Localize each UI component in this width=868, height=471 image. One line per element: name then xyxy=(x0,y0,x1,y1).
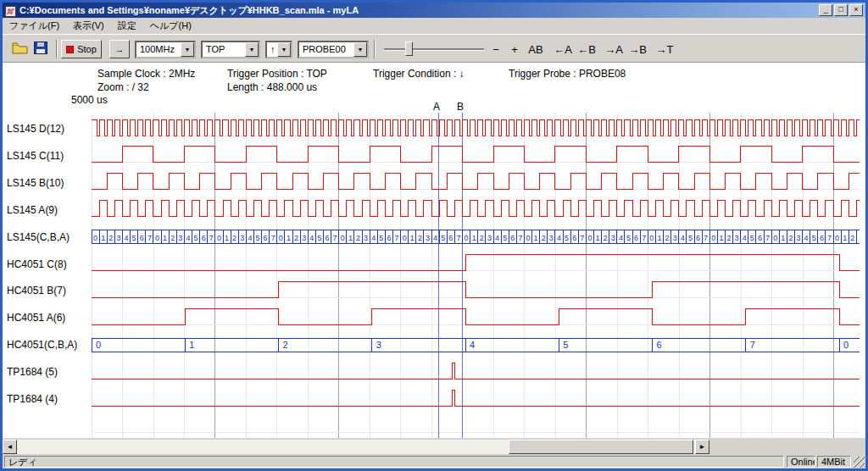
svg-text:4: 4 xyxy=(470,340,475,350)
svg-text:7: 7 xyxy=(580,234,584,242)
svg-text:5: 5 xyxy=(565,234,569,242)
svg-text:3: 3 xyxy=(302,234,306,242)
svg-text:5: 5 xyxy=(750,234,754,242)
svg-text:3: 3 xyxy=(673,234,677,242)
channel-label-1[interactable]: LS145 C(11) xyxy=(7,150,64,162)
svg-text:2: 2 xyxy=(480,234,484,242)
svg-text:2: 2 xyxy=(788,234,793,242)
svg-text:5: 5 xyxy=(194,234,198,242)
svg-text:4: 4 xyxy=(248,234,252,242)
svg-text:5: 5 xyxy=(317,234,321,242)
scroll-right-icon[interactable]: ► xyxy=(695,440,709,454)
horizontal-scrollbar[interactable]: ◄ ► xyxy=(3,440,709,454)
svg-text:2: 2 xyxy=(356,234,360,242)
svg-text:6: 6 xyxy=(820,234,824,242)
scroll-thumb[interactable] xyxy=(509,440,693,454)
svg-text:4: 4 xyxy=(619,234,623,242)
svg-text:4: 4 xyxy=(681,234,685,242)
svg-text:0: 0 xyxy=(526,234,530,242)
scroll-left-icon[interactable]: ◄ xyxy=(3,440,17,454)
svg-text:7: 7 xyxy=(147,234,152,242)
svg-text:3: 3 xyxy=(178,234,182,242)
svg-text:6: 6 xyxy=(202,234,206,242)
svg-text:2: 2 xyxy=(294,234,298,242)
channel-label-4[interactable]: LS145(C,B,A) xyxy=(7,231,70,243)
svg-text:1: 1 xyxy=(189,340,194,350)
svg-text:0: 0 xyxy=(403,234,407,242)
resize-grip[interactable] xyxy=(854,457,865,468)
svg-text:2: 2 xyxy=(665,234,670,242)
channel-label-2[interactable]: LS145 B(10) xyxy=(7,177,64,189)
svg-text:3: 3 xyxy=(549,234,554,242)
svg-text:3: 3 xyxy=(364,234,368,242)
status-message: レディ xyxy=(4,456,784,468)
svg-text:4: 4 xyxy=(371,234,376,242)
svg-text:2: 2 xyxy=(418,234,422,242)
svg-text:1: 1 xyxy=(534,234,538,242)
svg-text:3: 3 xyxy=(116,234,120,242)
svg-text:6: 6 xyxy=(510,234,515,242)
svg-text:5: 5 xyxy=(441,234,445,242)
channel-label-3[interactable]: LS145 A(9) xyxy=(7,204,58,216)
svg-text:3: 3 xyxy=(376,340,381,350)
svg-text:3: 3 xyxy=(611,234,615,242)
svg-text:5: 5 xyxy=(132,234,136,242)
svg-text:7: 7 xyxy=(333,234,337,242)
channel-label-0[interactable]: LS145 D(12) xyxy=(7,123,64,135)
svg-text:5: 5 xyxy=(688,234,693,242)
svg-text:3: 3 xyxy=(796,234,800,242)
svg-text:2: 2 xyxy=(170,234,175,242)
svg-text:0: 0 xyxy=(773,234,777,242)
svg-text:6: 6 xyxy=(696,234,700,242)
svg-text:2: 2 xyxy=(283,340,288,350)
svg-text:4: 4 xyxy=(309,234,314,242)
svg-text:5: 5 xyxy=(503,234,507,242)
cursor-b-label[interactable]: B xyxy=(457,101,464,113)
channel-label-6[interactable]: HC4051 B(7) xyxy=(7,285,66,296)
svg-text:2: 2 xyxy=(232,234,236,242)
channel-label-8[interactable]: HC4051(C,B,A) xyxy=(7,339,77,351)
svg-text:7: 7 xyxy=(704,234,708,242)
svg-text:6: 6 xyxy=(448,234,453,242)
svg-text:7: 7 xyxy=(827,234,832,242)
svg-text:2: 2 xyxy=(604,234,608,242)
svg-text:4: 4 xyxy=(557,234,561,242)
svg-text:5: 5 xyxy=(626,234,631,242)
svg-text:1: 1 xyxy=(843,234,847,242)
svg-text:7: 7 xyxy=(518,234,522,242)
status-bar: レディ Online 4MBit xyxy=(3,455,865,468)
svg-text:0: 0 xyxy=(341,234,345,242)
channel-label-9[interactable]: TP1684 (5) xyxy=(7,366,58,378)
status-memory: 4MBit xyxy=(817,456,851,468)
svg-text:3: 3 xyxy=(426,234,430,242)
svg-text:0: 0 xyxy=(155,234,159,242)
timebase-label: 5000 us xyxy=(71,94,108,106)
svg-text:6: 6 xyxy=(634,234,638,242)
svg-text:6: 6 xyxy=(325,234,329,242)
svg-text:7: 7 xyxy=(765,234,770,242)
channel-label-10[interactable]: TP1684 (4) xyxy=(7,393,58,405)
svg-text:4: 4 xyxy=(186,234,190,242)
channel-label-5[interactable]: HC4051 C(8) xyxy=(7,258,67,270)
svg-text:5: 5 xyxy=(255,234,259,242)
svg-text:7: 7 xyxy=(209,234,214,242)
status-online: Online xyxy=(787,456,815,468)
channel-label-7[interactable]: HC4051 A(6) xyxy=(7,312,65,324)
svg-text:1: 1 xyxy=(719,234,723,242)
cursor-a-label[interactable]: A xyxy=(433,101,440,113)
svg-text:5: 5 xyxy=(379,234,383,242)
svg-text:0: 0 xyxy=(465,234,469,242)
svg-text:5: 5 xyxy=(563,340,568,350)
svg-text:3: 3 xyxy=(487,234,492,242)
svg-text:7: 7 xyxy=(750,340,755,350)
svg-text:6: 6 xyxy=(758,234,762,242)
svg-text:1: 1 xyxy=(781,234,785,242)
svg-text:2: 2 xyxy=(726,234,731,242)
svg-text:1: 1 xyxy=(225,234,229,242)
svg-text:4: 4 xyxy=(433,234,437,242)
svg-text:6: 6 xyxy=(572,234,576,242)
svg-text:6: 6 xyxy=(140,234,144,242)
app-window: C:¥Documents and Settings¥noname¥デスクトップ¥… xyxy=(0,0,868,471)
svg-text:4: 4 xyxy=(804,234,809,242)
waveform-area[interactable]: 0123456701234567012345670123456701234567… xyxy=(0,0,868,471)
